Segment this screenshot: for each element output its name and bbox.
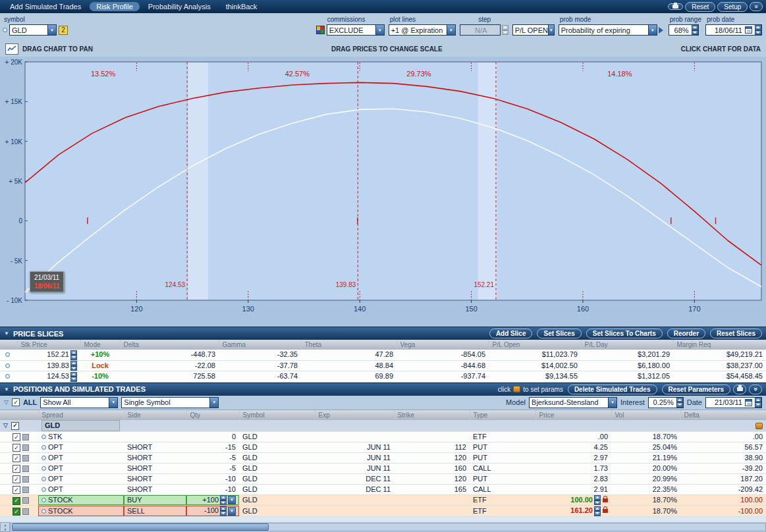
value-spinner[interactable]: [594, 495, 601, 505]
set-params-icon[interactable]: [513, 386, 520, 392]
cell-stk-price[interactable]: 124.53: [17, 371, 80, 383]
delete-simulated-trades-button[interactable]: Delete Simulated Trades: [568, 385, 657, 394]
value-spinner[interactable]: [220, 506, 227, 516]
chevron-down-icon[interactable]: ▼: [548, 25, 554, 35]
value-spinner[interactable]: [594, 506, 601, 516]
row-marker-icon[interactable]: [41, 498, 46, 502]
value-spinner[interactable]: [220, 495, 227, 505]
row-checkbox[interactable]: ✓: [13, 486, 20, 494]
print-button[interactable]: [668, 3, 683, 10]
cell-side[interactable]: SELL: [124, 506, 186, 517]
prob-range-field[interactable]: 68%: [669, 24, 699, 36]
lock-icon[interactable]: [603, 509, 608, 513]
cell-qty[interactable]: +100▼: [186, 494, 239, 506]
row-checkbox[interactable]: ✓: [13, 454, 20, 462]
row-marker-icon[interactable]: [41, 487, 46, 492]
cell-mode[interactable]: Lock: [80, 360, 120, 371]
date-field[interactable]: 21/03/11: [705, 397, 762, 408]
tab-thinkback[interactable]: thinkBack: [219, 2, 264, 11]
cell-spread[interactable]: STOCK: [38, 506, 124, 517]
slice-marker-icon[interactable]: [5, 352, 10, 357]
row-checkbox[interactable]: ✓: [13, 465, 20, 473]
value-spinner[interactable]: [70, 361, 77, 371]
row-marker-icon[interactable]: [41, 466, 46, 471]
slice-marker-icon[interactable]: [5, 374, 10, 379]
risk-profile-chart[interactable]: 120130140150160170+ 20K+ 15K+ 10K+ 5K0- …: [0, 57, 766, 327]
symbol-select[interactable]: GLD▼: [9, 24, 57, 36]
date-spinner[interactable]: [755, 398, 761, 408]
horizontal-scrollbar[interactable]: [10, 523, 766, 531]
slice-marker-icon[interactable]: [5, 363, 10, 368]
calendar-icon[interactable]: [745, 399, 752, 406]
group-checkbox[interactable]: ✓: [11, 422, 19, 430]
collapse-panel-button[interactable]: »: [750, 2, 763, 11]
cell-qty[interactable]: -100▼: [186, 506, 239, 517]
plot-area[interactable]: [25, 62, 761, 300]
cell-stk-price[interactable]: 139.83: [17, 360, 80, 371]
interest-field[interactable]: 0.25%: [648, 397, 684, 408]
prob-mode-select[interactable]: Probability of expiring▼: [559, 24, 657, 36]
tab-risk-profile[interactable]: Risk Profile: [90, 2, 140, 11]
chevron-down-icon[interactable]: ▼: [109, 398, 117, 408]
reset-slices-button[interactable]: Reset Slices: [710, 329, 762, 338]
set-slices-to-charts-button[interactable]: Set Slices To Charts: [586, 329, 663, 338]
setup-button[interactable]: Setup: [717, 2, 748, 12]
calendar-icon[interactable]: [745, 26, 752, 34]
chart-canvas[interactable]: 120130140150160170+ 20K+ 15K+ 10K+ 5K0- …: [0, 57, 766, 327]
chevron-down-icon[interactable]: ▼: [47, 25, 56, 35]
symbol-mode-select[interactable]: Single Symbol▼: [121, 397, 219, 408]
row-checkbox[interactable]: ✓: [13, 497, 20, 505]
cell-stk-price[interactable]: 152.21: [17, 350, 80, 360]
show-all-select[interactable]: Show All▼: [40, 397, 118, 408]
cell-mode[interactable]: -10%: [80, 371, 120, 383]
value-spinner[interactable]: [70, 372, 77, 382]
chevron-down-icon[interactable]: ▼: [209, 398, 218, 408]
collapse-positions-icon[interactable]: ▽: [4, 399, 9, 406]
prob-date-field[interactable]: 18/06/11: [705, 24, 762, 36]
apply-arrow-icon[interactable]: [659, 27, 663, 34]
row-checkbox[interactable]: ✓: [13, 475, 20, 483]
row-checkbox[interactable]: ✓: [13, 508, 20, 516]
commissions-grid-icon[interactable]: [316, 26, 325, 34]
cell-price[interactable]: 100.00: [535, 494, 611, 506]
interest-spinner[interactable]: [676, 398, 683, 408]
symbol-count-badge[interactable]: 2: [59, 26, 68, 35]
chevron-down-icon[interactable]: ▼: [447, 25, 455, 35]
cell-side[interactable]: BUY: [124, 494, 186, 506]
chevron-down-icon[interactable]: ▼: [608, 398, 616, 408]
dropdown-arrow-icon[interactable]: ▼: [228, 507, 236, 516]
pl-mode-select[interactable]: P/L OPEN▼: [512, 24, 555, 36]
scrollbar-thumb[interactable]: [12, 523, 269, 531]
cell-mode[interactable]: +10%: [80, 350, 120, 360]
plot-lines-select[interactable]: +1 @ Expiration▼: [389, 24, 456, 36]
set-params-icon[interactable]: [755, 423, 763, 429]
cell-spread[interactable]: STOCK: [38, 494, 124, 506]
row-marker-icon[interactable]: [41, 456, 46, 460]
model-select[interactable]: Bjerksund-Stensland▼: [529, 397, 617, 408]
prob-date-spinner[interactable]: [755, 25, 761, 35]
reorder-button[interactable]: Reorder: [667, 329, 705, 338]
reset-parameters-button[interactable]: Reset Parameters: [662, 385, 731, 394]
lock-icon[interactable]: [603, 498, 608, 502]
collapse-all-button[interactable]: »: [749, 385, 762, 394]
print-positions-button[interactable]: [733, 385, 746, 394]
prob-range-spinner[interactable]: [692, 25, 698, 35]
row-checkbox[interactable]: ✓: [13, 433, 20, 441]
chevron-down-icon[interactable]: ▼: [648, 25, 657, 35]
commissions-select[interactable]: EXCLUDE▼: [327, 24, 385, 36]
pan-chart-icon[interactable]: [5, 43, 18, 55]
tab-add-simulated-trades[interactable]: Add Simulated Trades: [3, 2, 88, 11]
value-spinner[interactable]: [70, 350, 77, 360]
row-marker-icon[interactable]: [41, 445, 46, 450]
collapse-section-icon[interactable]: ▼: [4, 386, 9, 392]
set-slices-button[interactable]: Set Slices: [537, 329, 581, 338]
row-checkbox[interactable]: ✓: [13, 444, 20, 452]
reset-button[interactable]: Reset: [685, 2, 715, 12]
collapse-group-icon[interactable]: ▽: [3, 422, 8, 429]
row-marker-icon[interactable]: [41, 435, 46, 439]
all-checkbox[interactable]: ✓: [12, 398, 20, 406]
cell-price[interactable]: 161.20: [535, 506, 611, 517]
row-marker-icon[interactable]: [41, 477, 46, 481]
tab-probability-analysis[interactable]: Probability Analysis: [142, 2, 217, 11]
row-marker-icon[interactable]: [41, 509, 46, 514]
